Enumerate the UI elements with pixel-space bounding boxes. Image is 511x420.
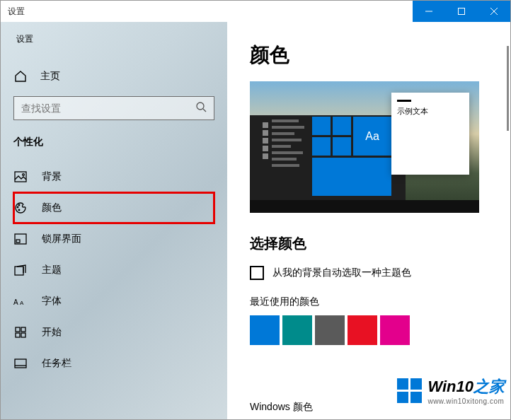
preview-sample-text: 示例文本 <box>391 106 469 117</box>
window-controls <box>413 1 510 22</box>
sidebar-item-label: 任务栏 <box>42 357 71 370</box>
window-title: 设置 <box>1 6 25 18</box>
svg-rect-20 <box>15 359 26 368</box>
svg-text:A: A <box>20 300 24 306</box>
page-title: 颜色 <box>250 42 510 69</box>
auto-pick-label: 从我的背景自动选取一种主题色 <box>272 267 411 279</box>
svg-point-9 <box>18 204 20 206</box>
svg-text:A: A <box>13 298 18 306</box>
main-panel: 颜色 Aa 示例文本 选择颜色 从我的背景自动选取一 <box>227 22 510 419</box>
svg-point-8 <box>17 206 18 208</box>
checkbox-icon[interactable] <box>250 266 264 280</box>
theme-icon <box>13 264 28 276</box>
home-nav-item[interactable]: 主页 <box>13 62 214 91</box>
font-icon: AA <box>13 296 28 306</box>
search-input[interactable] <box>21 103 195 114</box>
recent-colors-swatches <box>250 315 510 345</box>
maximize-button[interactable] <box>445 1 478 22</box>
title-bar: 设置 <box>1 1 510 22</box>
sidebar-item-taskbar[interactable]: 任务栏 <box>13 348 214 379</box>
category-header: 个性化 <box>13 136 214 148</box>
color-swatch[interactable] <box>282 315 312 345</box>
preview-aa-tile: Aa <box>353 117 391 156</box>
sidebar-item-lockscreen[interactable]: 锁屏界面 <box>13 223 214 255</box>
choose-color-header: 选择颜色 <box>250 234 510 253</box>
home-icon <box>13 70 28 83</box>
svg-point-7 <box>23 174 25 176</box>
sidebar-item-fonts[interactable]: AA 字体 <box>13 286 214 317</box>
sidebar-item-label: 背景 <box>42 170 62 183</box>
sidebar-item-label: 锁屏界面 <box>42 233 81 245</box>
close-button[interactable] <box>478 1 510 22</box>
svg-rect-17 <box>21 327 25 332</box>
start-icon <box>13 327 28 338</box>
svg-rect-6 <box>15 172 26 182</box>
sidebar-item-label: 字体 <box>42 295 62 308</box>
svg-point-10 <box>18 209 20 211</box>
color-swatch[interactable] <box>315 315 345 345</box>
color-preview: Aa 示例文本 <box>250 81 479 213</box>
minimize-button[interactable] <box>413 1 445 22</box>
lockscreen-icon <box>13 233 28 245</box>
windows-logo-icon <box>397 378 422 403</box>
svg-rect-1 <box>459 8 465 15</box>
sidebar-item-themes[interactable]: 主题 <box>13 255 214 286</box>
color-swatch[interactable] <box>380 315 410 345</box>
svg-point-4 <box>197 103 204 110</box>
watermark: Win10之家 www.win10xitong.com <box>397 376 505 405</box>
color-swatch[interactable] <box>348 315 377 345</box>
svg-line-5 <box>203 109 206 112</box>
search-icon <box>195 101 207 115</box>
sidebar-item-label: 主题 <box>42 264 62 276</box>
palette-icon <box>13 202 28 214</box>
search-box[interactable] <box>13 96 214 120</box>
svg-rect-13 <box>15 267 23 275</box>
home-label: 主页 <box>40 70 60 83</box>
scrollbar[interactable] <box>507 46 509 131</box>
sidebar: 设置 主页 个性化 背景 <box>1 22 227 419</box>
svg-rect-12 <box>16 240 20 243</box>
svg-rect-19 <box>21 333 25 337</box>
color-swatch[interactable] <box>250 315 280 345</box>
svg-rect-18 <box>16 333 20 337</box>
sidebar-item-colors[interactable]: 颜色 <box>13 192 214 223</box>
sidebar-item-label: 颜色 <box>42 202 62 214</box>
preview-sample-window: 示例文本 <box>391 93 469 175</box>
windows-colors-label: Windows 颜色 <box>250 401 313 414</box>
settings-label: 设置 <box>13 33 214 45</box>
sidebar-item-start[interactable]: 开始 <box>13 317 214 348</box>
auto-pick-checkbox-row[interactable]: 从我的背景自动选取一种主题色 <box>250 266 510 280</box>
image-icon <box>13 171 28 182</box>
sidebar-item-label: 开始 <box>42 326 62 339</box>
svg-rect-16 <box>16 327 20 332</box>
sidebar-item-background[interactable]: 背景 <box>13 161 214 192</box>
recent-colors-label: 最近使用的颜色 <box>250 296 510 308</box>
taskbar-icon <box>13 358 28 368</box>
